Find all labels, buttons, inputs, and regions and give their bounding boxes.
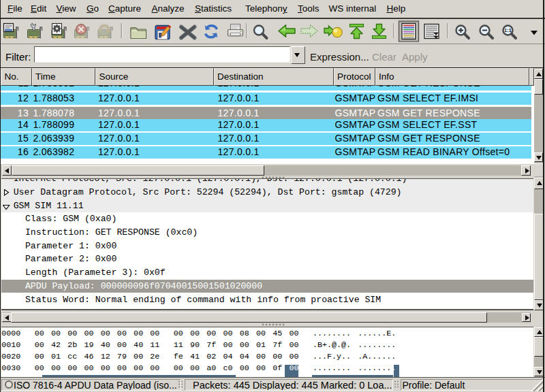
svg-text:1:1: 1:1 [504,27,512,33]
